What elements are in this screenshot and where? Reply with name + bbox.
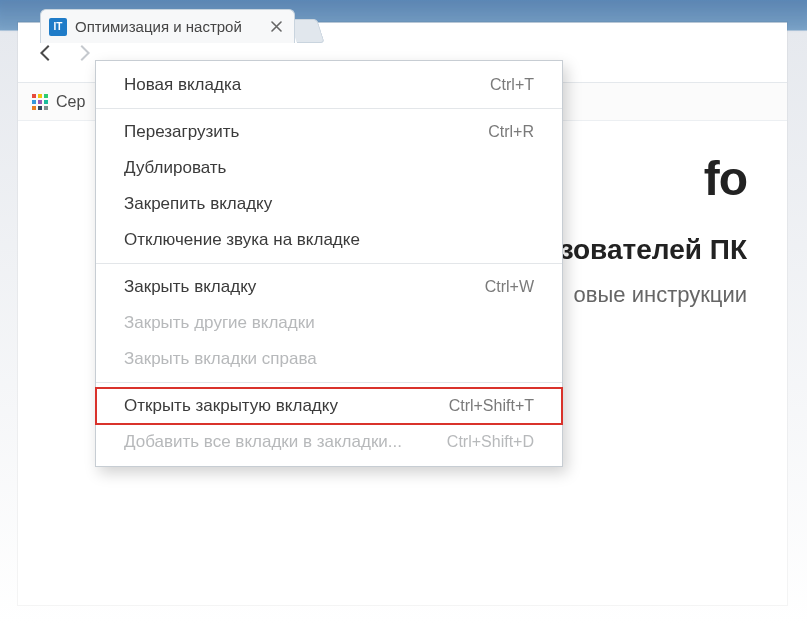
menu-item[interactable]: ПерезагрузитьCtrl+R [96,114,562,150]
browser-tab[interactable]: IT Оптимизация и настрой [40,9,295,43]
menu-item-label: Закрыть вкладки справа [124,349,317,369]
menu-item-label: Добавить все вкладки в закладки... [124,432,402,452]
apps-icon[interactable] [32,94,48,110]
menu-item-shortcut: Ctrl+T [490,76,534,94]
close-tab-icon[interactable] [268,19,284,35]
bookmark-label[interactable]: Сер [56,93,85,111]
menu-separator [96,263,562,264]
tab-favicon: IT [49,18,67,36]
menu-item-shortcut: Ctrl+R [488,123,534,141]
menu-item-shortcut: Ctrl+Shift+T [449,397,534,415]
menu-item: Закрыть вкладки справа [96,341,562,377]
menu-item-label: Новая вкладка [124,75,241,95]
menu-item-shortcut: Ctrl+W [485,278,534,296]
menu-item-shortcut: Ctrl+Shift+D [447,433,534,451]
menu-item[interactable]: Дублировать [96,150,562,186]
tab-context-menu: Новая вкладкаCtrl+TПерезагрузитьCtrl+RДу… [95,60,563,467]
menu-item: Добавить все вкладки в закладки...Ctrl+S… [96,424,562,460]
menu-item[interactable]: Закрыть вкладкуCtrl+W [96,269,562,305]
menu-item-label: Открыть закрытую вкладку [124,396,338,416]
menu-separator [96,382,562,383]
menu-item-label: Отключение звука на вкладке [124,230,360,250]
menu-item[interactable]: Новая вкладкаCtrl+T [96,67,562,103]
tab-strip: IT Оптимизация и настрой [40,1,321,43]
menu-item-label: Закрыть другие вкладки [124,313,315,333]
menu-item: Закрыть другие вкладки [96,305,562,341]
menu-item[interactable]: Открыть закрытую вкладкуCtrl+Shift+T [96,388,562,424]
menu-item[interactable]: Отключение звука на вкладке [96,222,562,258]
menu-item-label: Перезагрузить [124,122,239,142]
menu-item[interactable]: Закрепить вкладку [96,186,562,222]
menu-item-label: Закрыть вкладку [124,277,256,297]
menu-item-label: Дублировать [124,158,226,178]
tab-title: Оптимизация и настрой [75,18,242,35]
menu-item-label: Закрепить вкладку [124,194,272,214]
menu-separator [96,108,562,109]
